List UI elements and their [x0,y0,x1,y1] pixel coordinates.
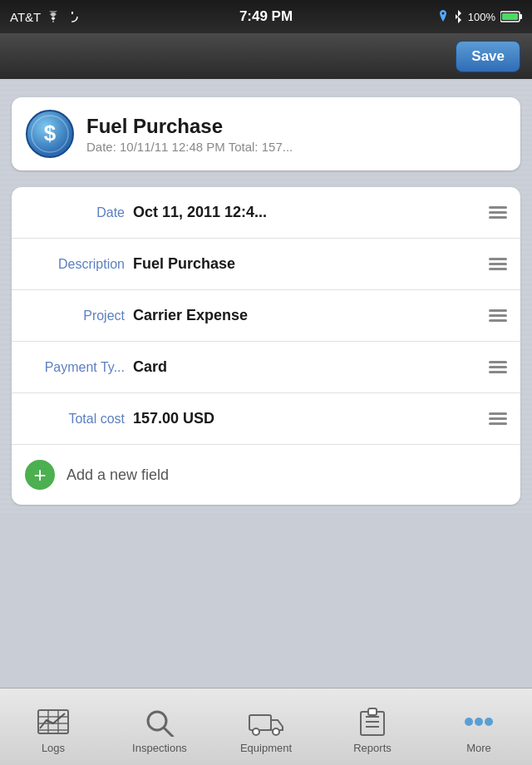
field-row-payment[interactable]: Payment Ty... Card [12,342,520,393]
add-field-row[interactable]: + Add a new field [12,445,520,505]
fields-table: Date Oct 11, 2011 12:4... Description Fu… [12,187,520,505]
field-label-date: Date [25,205,133,220]
tab-reports-label: Reports [353,742,392,754]
field-row-total[interactable]: Total cost 157.00 USD [12,393,520,445]
tab-more-label: More [466,742,491,754]
field-row-project[interactable]: Project Carrier Expense [12,290,520,342]
logs-icon [35,706,71,738]
drag-handle-total[interactable] [489,412,507,425]
tab-logs-label: Logs [42,742,65,754]
save-button[interactable]: Save [456,41,520,72]
equipment-icon [248,706,284,738]
field-label-project: Project [25,308,133,323]
location-icon [438,10,448,23]
svg-point-18 [273,728,279,735]
status-left: AT&T [10,10,79,24]
svg-point-25 [475,718,483,726]
status-bar: AT&T 7:49 PM 100% [0,0,532,33]
header-title: Fuel Purchase [86,115,293,138]
header-subtitle: Date: 10/11/11 12:48 PM Total: 157... [86,140,293,154]
add-field-label: Add a new field [66,466,169,484]
tab-more[interactable]: More [426,688,532,765]
wifi-icon [46,11,61,22]
field-value-total: 157.00 USD [133,410,480,427]
tab-reports[interactable]: Reports [319,688,426,765]
expense-icon: $ [25,109,75,159]
inspections-icon [141,706,178,738]
field-value-payment: Card [133,358,480,376]
svg-rect-4 [502,13,518,20]
svg-rect-16 [249,715,271,730]
svg-point-24 [465,718,473,726]
svg-text:$: $ [44,121,57,146]
tab-inspections[interactable]: Inspections [106,688,213,765]
tab-inspections-label: Inspections [132,742,187,754]
field-value-description: Fuel Purchase [133,255,480,273]
tab-equipment[interactable]: Equipment [213,688,319,765]
bluetooth-icon [453,10,463,23]
add-field-icon: + [25,460,55,490]
svg-rect-20 [368,708,377,715]
drag-handle-description[interactable] [489,258,507,270]
header-text: Fuel Purchase Date: 10/11/11 12:48 PM To… [86,115,293,154]
field-label-description: Description [25,257,133,272]
drag-handle-payment[interactable] [489,361,507,373]
content-area: $ Fuel Purchase Date: 10/11/11 12:48 PM … [0,79,532,515]
more-icon [461,706,497,738]
tab-equipment-label: Equipment [240,742,292,754]
tab-bar: Logs Inspections Equipment [0,688,532,765]
battery-icon [500,11,522,22]
carrier-text: AT&T [10,10,41,24]
field-value-date: Oct 11, 2011 12:4... [133,204,480,221]
svg-rect-3 [520,14,522,19]
battery-text: 100% [468,11,495,23]
field-label-payment: Payment Ty... [25,360,133,375]
nav-bar: Save [0,33,532,79]
field-value-project: Carrier Expense [133,307,480,324]
svg-point-26 [485,718,493,726]
field-row-description[interactable]: Description Fuel Purchase [12,239,520,290]
field-row-date[interactable]: Date Oct 11, 2011 12:4... [12,187,520,239]
reports-icon [354,706,391,738]
header-card: $ Fuel Purchase Date: 10/11/11 12:48 PM … [12,97,520,170]
tab-logs[interactable]: Logs [0,688,106,765]
field-label-total: Total cost [25,412,133,427]
drag-handle-project[interactable] [489,309,507,322]
activity-icon [66,10,79,23]
status-right: 100% [438,10,522,23]
drag-handle-date[interactable] [489,206,507,219]
svg-point-17 [253,728,259,735]
svg-line-15 [164,728,173,737]
status-time: 7:49 PM [239,8,293,25]
